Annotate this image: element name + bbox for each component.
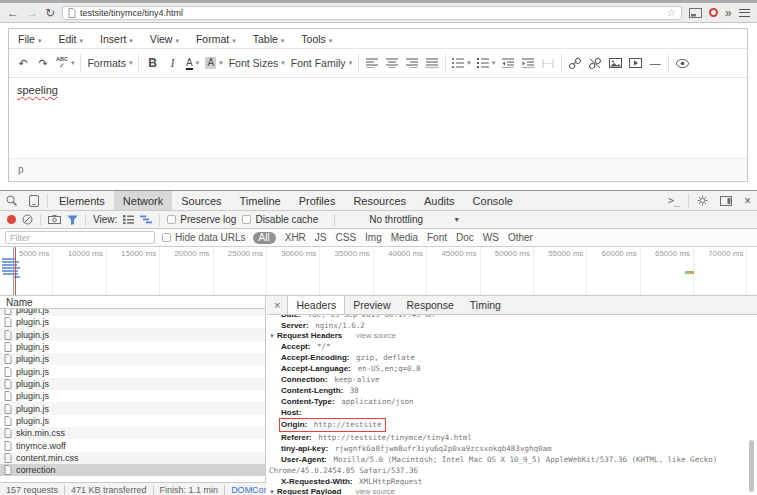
nonbreaking-button[interactable] — [538, 52, 558, 74]
remove-link-button[interactable] — [585, 52, 605, 74]
editor-menu-item[interactable]: Table — [253, 33, 285, 45]
request-row[interactable]: plugin.js — [0, 378, 265, 390]
detail-tab[interactable]: Headers — [287, 296, 345, 314]
inspect-element-icon[interactable] — [0, 191, 23, 210]
insert-media-button[interactable] — [625, 52, 645, 74]
checkbox-box[interactable] — [242, 215, 251, 224]
bookmark-star-icon[interactable]: ☆ — [667, 7, 676, 18]
align-justify-button[interactable] — [422, 52, 442, 74]
editor-menu-item[interactable]: View — [150, 33, 179, 45]
editor-content-area[interactable]: speeling — [9, 78, 747, 158]
devtools-tab[interactable]: Resources — [344, 191, 415, 210]
request-headers-section[interactable]: ▼Request Headersview source — [267, 331, 757, 341]
editor-menu-item[interactable]: Edit — [58, 33, 83, 45]
redo-button[interactable]: ↷ — [33, 52, 53, 74]
filter-type[interactable]: CSS — [336, 232, 357, 243]
devtools-tab[interactable]: Sources — [172, 191, 230, 210]
request-row[interactable]: tinymce.woff — [0, 439, 265, 451]
record-button[interactable] — [7, 215, 16, 224]
request-row[interactable]: correction — [0, 464, 265, 476]
cast-icon[interactable] — [689, 8, 702, 18]
request-row[interactable]: content.min.css — [0, 452, 265, 464]
name-column-header[interactable]: Name — [0, 296, 265, 309]
numbered-list-button[interactable] — [474, 52, 499, 74]
filter-input[interactable] — [5, 231, 155, 244]
preview-button[interactable] — [672, 52, 692, 74]
dock-side-icon[interactable] — [714, 191, 738, 210]
filter-funnel-icon[interactable] — [67, 215, 78, 225]
throttling-dropdown[interactable]: No throttling ▼ — [334, 214, 460, 226]
devtools-tab[interactable]: Timeline — [231, 191, 290, 210]
view-source-link[interactable]: view source — [356, 331, 396, 340]
filter-type[interactable]: Media — [391, 232, 418, 243]
checkbox-box[interactable] — [167, 215, 176, 224]
close-detail-icon[interactable]: × — [267, 296, 287, 314]
devtools-tab[interactable]: Profiles — [290, 191, 345, 210]
filter-type[interactable]: WS — [483, 232, 499, 243]
request-row[interactable]: plugin.js — [0, 415, 265, 427]
close-devtools-icon[interactable]: × — [738, 191, 757, 210]
detail-tab[interactable]: Response — [399, 296, 462, 314]
overflow-chevron[interactable]: » — [725, 7, 732, 19]
request-row[interactable]: plugin.js — [0, 309, 265, 316]
request-row[interactable]: plugin.js — [0, 365, 265, 377]
element-path[interactable]: p — [18, 164, 24, 175]
editor-menu-item[interactable]: Tools — [301, 33, 332, 45]
view-waterfall-icon[interactable] — [140, 215, 152, 224]
filter-type[interactable]: JS — [315, 232, 327, 243]
align-right-button[interactable] — [402, 52, 422, 74]
console-drawer-icon[interactable]: >_ — [662, 191, 686, 210]
back-button[interactable]: ← — [7, 7, 19, 19]
text-color-button[interactable]: A — [182, 52, 202, 74]
filter-type[interactable]: Other — [508, 232, 533, 243]
request-row[interactable]: plugin.js — [0, 316, 265, 328]
undo-button[interactable]: ↶ — [13, 52, 33, 74]
detail-tab[interactable]: Timing — [462, 296, 509, 314]
request-row[interactable]: skin.min.css — [0, 427, 265, 439]
align-left-button[interactable] — [362, 52, 382, 74]
insert-link-button[interactable] — [565, 52, 585, 74]
extension-icon[interactable] — [709, 8, 718, 17]
network-overview[interactable]: 5000 ms10000 ms15000 ms20000 ms25000 ms3… — [0, 247, 757, 296]
devtools-tab[interactable]: Audits — [415, 191, 464, 210]
devtools-tab[interactable]: Console — [464, 191, 522, 210]
detail-scrollbar[interactable] — [749, 440, 754, 492]
disable-cache-checkbox[interactable]: Disable cache — [242, 214, 318, 225]
device-mode-icon[interactable] — [23, 191, 45, 210]
font-sizes-dropdown[interactable]: Font Sizes — [226, 52, 288, 74]
detail-tab[interactable]: Preview — [345, 296, 398, 314]
bold-button[interactable]: B — [142, 52, 162, 74]
filter-type[interactable]: Font — [427, 232, 447, 243]
address-bar[interactable]: testsite/tinymce/tiny4.html ☆ — [62, 6, 682, 20]
filter-type[interactable]: All — [253, 232, 276, 244]
bullet-list-button[interactable] — [449, 52, 474, 74]
devtools-tab[interactable]: Network — [114, 191, 172, 210]
align-center-button[interactable] — [382, 52, 402, 74]
view-source-link[interactable]: view source — [355, 487, 395, 495]
decrease-indent-button[interactable] — [498, 52, 518, 74]
spellcheck-button[interactable]: ABC✓ — [53, 52, 77, 74]
increase-indent-button[interactable] — [518, 52, 538, 74]
forward-button[interactable]: → — [26, 7, 38, 19]
font-family-dropdown[interactable]: Font Family — [288, 52, 355, 74]
view-list-icon[interactable] — [123, 215, 134, 224]
reload-button[interactable]: ↻ — [45, 7, 55, 19]
request-row[interactable]: plugin.js — [0, 353, 265, 365]
italic-button[interactable]: I — [162, 52, 182, 74]
request-row[interactable]: plugin.js — [0, 402, 265, 414]
checkbox-box[interactable] — [162, 233, 171, 242]
request-row[interactable]: plugin.js — [0, 341, 265, 353]
misspelled-word[interactable]: speeling — [17, 84, 58, 96]
request-row[interactable]: plugin.js — [0, 328, 265, 340]
formats-dropdown[interactable]: Formats — [84, 52, 135, 74]
filter-type[interactable]: Doc — [456, 232, 474, 243]
editor-menu-item[interactable]: Insert — [100, 33, 133, 45]
screenshot-icon[interactable] — [48, 215, 61, 224]
request-payload-section[interactable]: ▼Request Payloadview source — [267, 487, 757, 495]
hide-data-urls-checkbox[interactable]: Hide data URLs — [162, 232, 246, 243]
settings-gear-icon[interactable] — [691, 191, 714, 210]
devtools-tab[interactable]: Elements — [50, 191, 114, 210]
background-color-button[interactable]: A — [202, 52, 225, 74]
request-row[interactable]: plugin.js — [0, 390, 265, 402]
insert-image-button[interactable] — [605, 52, 625, 74]
